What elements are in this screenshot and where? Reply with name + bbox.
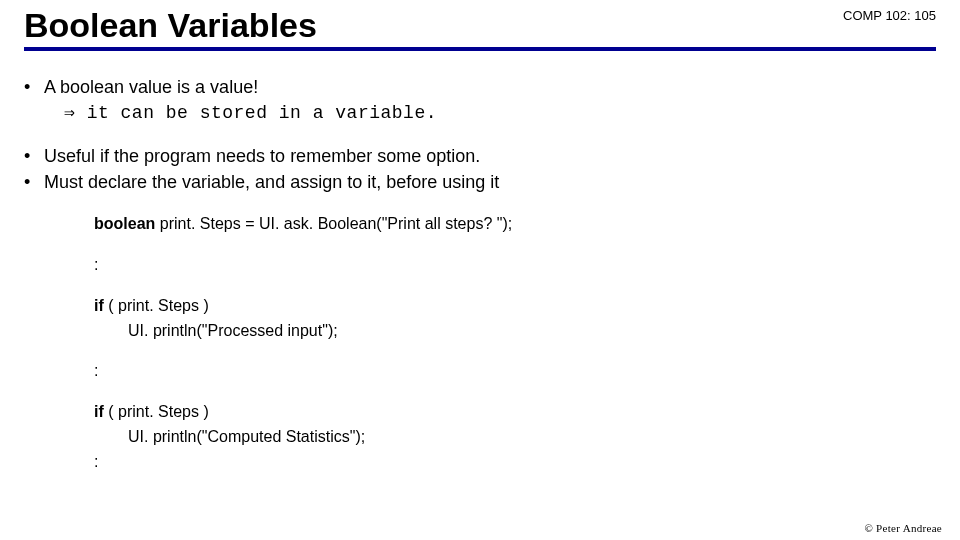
keyword-boolean: boolean	[94, 215, 155, 232]
code-line-colon: :	[94, 359, 936, 384]
code-text: ( print. Steps )	[104, 403, 209, 420]
bullet-1: • A boolean value is a value!	[24, 75, 936, 99]
code-text: print. Steps = UI. ask. Boolean("Print a…	[155, 215, 512, 232]
code-line-decl: boolean print. Steps = UI. ask. Boolean(…	[94, 212, 936, 237]
code-line-if2-body: UI. println("Computed Statistics");	[94, 425, 936, 450]
bullet-3: • Must declare the variable, and assign …	[24, 170, 936, 194]
code-line-if1: if ( print. Steps )	[94, 294, 936, 319]
bullet-1-sub: ⇒ it can be stored in a variable.	[24, 101, 936, 125]
slide-content: • A boolean value is a value! ⇒ it can b…	[0, 51, 960, 475]
bullet-text: A boolean value is a value!	[44, 75, 936, 99]
keyword-if: if	[94, 297, 104, 314]
header: Boolean Variables COMP 102: 105	[0, 0, 960, 45]
course-code: COMP 102: 105	[843, 6, 940, 23]
code-line-if1-body: UI. println("Processed input");	[94, 319, 936, 344]
keyword-if: if	[94, 403, 104, 420]
code-block: boolean print. Steps = UI. ask. Boolean(…	[24, 212, 936, 474]
bullet-dot: •	[24, 75, 44, 99]
bullet-dot: •	[24, 170, 44, 194]
bullet-dot: •	[24, 144, 44, 168]
code-line-colon: :	[94, 450, 936, 475]
code-line-colon: :	[94, 253, 936, 278]
page-title: Boolean Variables	[24, 6, 317, 45]
code-text: ( print. Steps )	[104, 297, 209, 314]
bullet-text: Useful if the program needs to remember …	[44, 144, 936, 168]
code-line-if2: if ( print. Steps )	[94, 400, 936, 425]
bullet-2: • Useful if the program needs to remembe…	[24, 144, 936, 168]
bullet-text: Must declare the variable, and assign to…	[44, 170, 936, 194]
copyright-footer: © Peter Andreae	[864, 522, 942, 534]
